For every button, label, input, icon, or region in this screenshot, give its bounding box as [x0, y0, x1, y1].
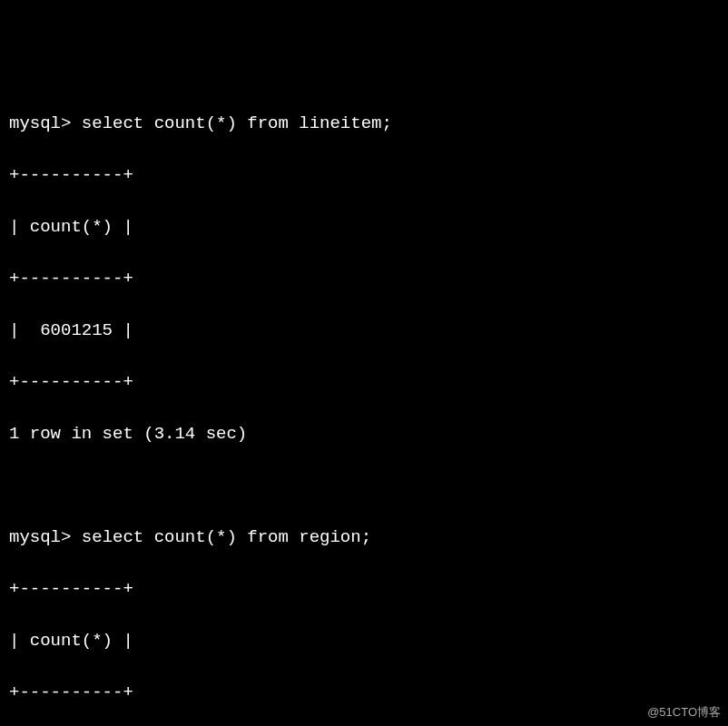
- blank-line: [9, 473, 719, 499]
- table-border: +----------+: [9, 369, 719, 396]
- table-border: +----------+: [9, 162, 719, 189]
- sql-query: select count(*) from region;: [82, 527, 371, 547]
- watermark: @51CTO博客: [647, 703, 721, 721]
- prompt: mysql>: [9, 527, 82, 547]
- terminal-line: mysql> select count(*) from region;: [9, 525, 719, 551]
- result-summary: 1 row in set (3.14 sec): [9, 421, 719, 447]
- prompt: mysql>: [9, 113, 82, 133]
- table-border: +----------+: [9, 266, 719, 292]
- sql-query: select count(*) from lineitem;: [82, 113, 392, 133]
- table-border: +----------+: [9, 576, 719, 603]
- terminal-line: mysql> select count(*) from lineitem;: [9, 111, 719, 137]
- table-header-row: | count(*) |: [9, 214, 719, 240]
- table-value-row: | 6001215 |: [9, 318, 719, 344]
- table-border: +----------+: [9, 680, 719, 706]
- table-header-row: | count(*) |: [9, 628, 719, 654]
